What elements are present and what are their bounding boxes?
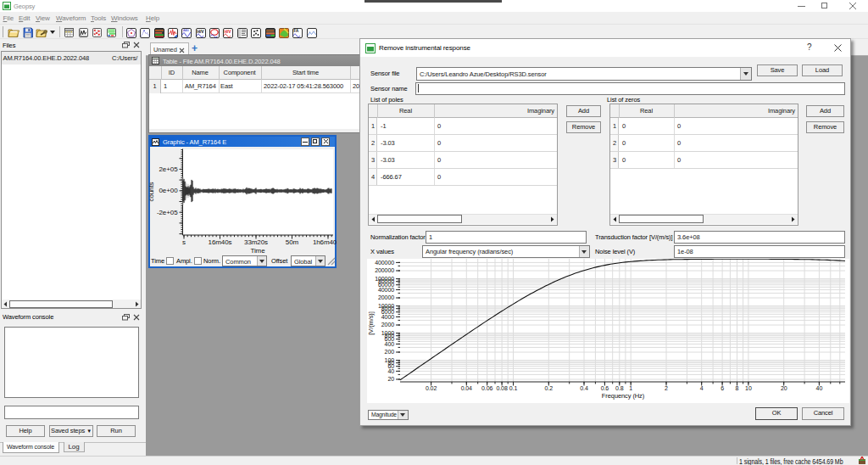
svg-text:FA: FA: [294, 29, 299, 33]
svg-text:40: 40: [816, 385, 823, 391]
svg-text:0.04: 0.04: [461, 385, 472, 391]
svg-text:0.06: 0.06: [481, 385, 492, 391]
svg-text:1h6m40s: 1h6m40s: [313, 238, 337, 246]
svg-text:20: 20: [387, 376, 394, 382]
svg-text:0.6: 0.6: [601, 385, 609, 391]
svg-text:10000: 10000: [378, 303, 394, 309]
svg-text:1: 1: [629, 385, 632, 391]
svg-text:H/V: H/V: [225, 28, 232, 33]
svg-text:100: 100: [385, 357, 395, 363]
svg-text:H/V: H/V: [197, 28, 204, 33]
svg-text:20000: 20000: [378, 294, 394, 300]
svg-text:200000: 200000: [375, 267, 394, 273]
svg-text:6: 6: [721, 385, 724, 391]
svg-text:4: 4: [700, 385, 704, 391]
svg-text:16m40s: 16m40s: [209, 238, 232, 246]
svg-text:AAS: AAS: [183, 29, 189, 32]
svg-text:200: 200: [385, 349, 395, 355]
svg-text:10: 10: [745, 385, 752, 391]
svg-text:33m20s: 33m20s: [244, 238, 268, 246]
svg-text:1000: 1000: [381, 330, 394, 336]
svg-text:0.8: 0.8: [615, 385, 624, 391]
svg-text:0.2: 0.2: [545, 385, 554, 391]
svg-text:8: 8: [736, 385, 739, 391]
svg-text:0.02: 0.02: [426, 385, 437, 391]
svg-text:Frequency (Hz): Frequency (Hz): [602, 392, 645, 400]
svg-text:0.08: 0.08: [496, 385, 507, 391]
svg-text:[V/(m/s)]: [V/(m/s)]: [367, 311, 375, 334]
svg-text:400000: 400000: [375, 260, 394, 266]
svg-text:2: 2: [665, 385, 668, 391]
svg-text:2000: 2000: [381, 322, 394, 328]
svg-text:Time: Time: [250, 247, 265, 255]
svg-text:100000: 100000: [375, 276, 394, 282]
svg-text:0.4: 0.4: [580, 385, 588, 391]
svg-text:20: 20: [781, 385, 787, 391]
svg-text:s: s: [182, 238, 186, 246]
svg-text:50m: 50m: [286, 238, 299, 246]
svg-text:0.1: 0.1: [509, 385, 518, 391]
